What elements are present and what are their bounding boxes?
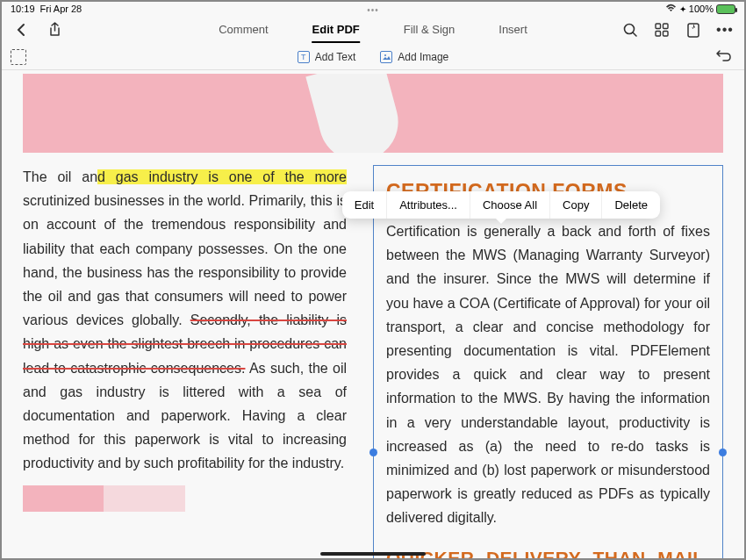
- bluetooth-icon: ✦: [679, 4, 686, 14]
- hero-image[interactable]: [23, 74, 723, 153]
- highlighted-text-2: one of the more: [229, 169, 347, 184]
- search-icon[interactable]: [621, 21, 639, 39]
- undo-button[interactable]: [716, 48, 732, 65]
- quicker-heading: QUICKER DELIVERY THAN MAIL,: [386, 542, 710, 558]
- tab-insert[interactable]: Insert: [499, 18, 527, 43]
- svg-rect-2: [664, 24, 669, 29]
- tab-fill-sign[interactable]: Fill & Sign: [404, 18, 455, 43]
- text-plain-3: As such, the oil and gas industry is lit…: [23, 361, 347, 471]
- certification-body: Certification is generally a back and fo…: [386, 219, 710, 529]
- highlighted-text-1: d gas industry is: [97, 169, 229, 184]
- svg-rect-4: [664, 32, 669, 37]
- share-button[interactable]: [46, 21, 63, 39]
- selection-tool[interactable]: [11, 49, 26, 65]
- menu-attributes[interactable]: Attributes...: [387, 191, 470, 219]
- image-icon: [380, 51, 392, 63]
- svg-rect-3: [656, 32, 661, 37]
- add-image-label: Add Image: [398, 51, 448, 63]
- battery-icon: [716, 4, 735, 14]
- back-button[interactable]: [12, 21, 30, 39]
- menu-copy[interactable]: Copy: [550, 191, 602, 219]
- tab-edit-pdf[interactable]: Edit PDF: [312, 18, 360, 43]
- status-date: Fri Apr 28: [40, 4, 82, 14]
- battery-text: 100%: [689, 4, 714, 14]
- menu-delete[interactable]: Delete: [602, 191, 660, 219]
- text-plain-2: scrutinized businesses in the world. Pri…: [23, 193, 347, 327]
- bottom-image[interactable]: [23, 485, 185, 512]
- menu-edit[interactable]: Edit: [342, 191, 387, 219]
- add-text-button[interactable]: T Add Text: [298, 51, 355, 63]
- text-plain-1: The oil an: [23, 169, 97, 184]
- more-icon[interactable]: •••: [716, 21, 734, 39]
- home-indicator[interactable]: [320, 552, 426, 556]
- context-menu: Edit Attributes... Choose All Copy Delet…: [342, 191, 660, 219]
- menu-choose-all[interactable]: Choose All: [470, 191, 550, 219]
- grid-icon[interactable]: [653, 21, 671, 39]
- svg-point-6: [384, 54, 386, 56]
- add-text-label: Add Text: [315, 51, 355, 63]
- text-icon: T: [298, 51, 310, 63]
- add-image-button[interactable]: Add Image: [380, 51, 448, 63]
- left-text-column[interactable]: The oil and gas industry is one of the m…: [23, 165, 347, 558]
- bookmark-icon[interactable]: [685, 21, 702, 39]
- right-text-column-selected[interactable]: CERTIFICATION FORMS Certification is gen…: [373, 165, 723, 558]
- tab-comment[interactable]: Comment: [219, 18, 268, 43]
- status-time: 10:19: [11, 4, 35, 14]
- wifi-icon: [665, 4, 677, 14]
- svg-rect-1: [656, 24, 661, 29]
- multitask-dots[interactable]: •••: [367, 5, 379, 15]
